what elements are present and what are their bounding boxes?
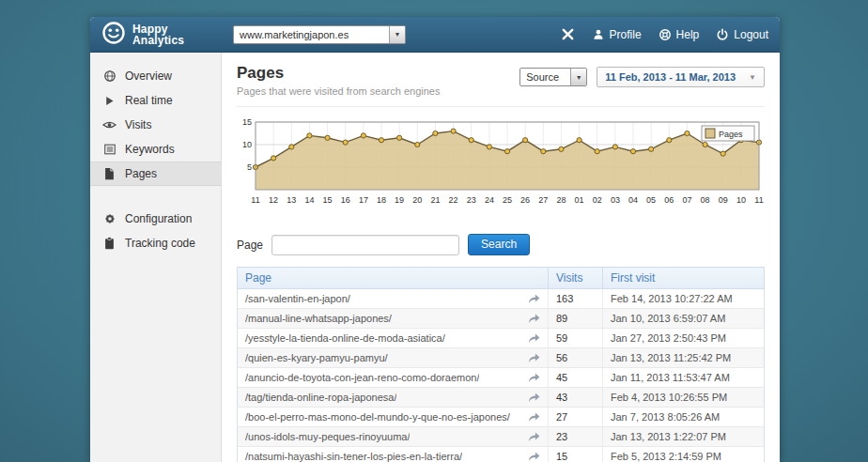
page-icon xyxy=(102,167,116,180)
sidebar-item-keywords[interactable]: Keywords xyxy=(90,137,221,162)
help-icon xyxy=(659,28,672,41)
chevron-down-icon: ▼ xyxy=(570,69,586,85)
source-selector[interactable]: Source ▼ xyxy=(519,68,587,86)
page-path[interactable]: /unos-idols-muy-peques-rinoyuuma/ xyxy=(245,431,410,442)
page-path[interactable]: /boo-el-perro-mas-mono-del-mundo-y-que-n… xyxy=(245,411,510,423)
main-content: Pages Pages that were visited from searc… xyxy=(222,53,780,462)
sidebar-item-label: Pages xyxy=(125,167,157,180)
sidebar-item-pages[interactable]: Pages xyxy=(90,162,221,186)
svg-text:28: 28 xyxy=(556,195,566,205)
column-header-visits[interactable]: Visits xyxy=(549,268,603,289)
svg-text:24: 24 xyxy=(485,195,494,205)
table-header-row: PageVisitsFirst visit xyxy=(238,268,765,289)
sidebar-item-label: Overview xyxy=(125,69,172,83)
visits-value: 59 xyxy=(549,329,603,348)
clipboard-icon xyxy=(102,237,116,250)
first-visit-value: Jan 7, 2013 8:05:26 AM xyxy=(603,408,765,427)
sidebar-item-real-time[interactable]: Real time xyxy=(90,88,221,113)
open-page-icon[interactable] xyxy=(528,432,540,442)
table-row: /unos-idols-muy-peques-rinoyuuma/23Jan 1… xyxy=(238,427,765,447)
date-range-picker[interactable]: 11 Feb, 2013 - 11 Mar, 2013 ▼ xyxy=(597,67,765,87)
page-cell: /manual-line-whatsapp-japones/ xyxy=(238,309,549,329)
sidebar-item-overview[interactable]: Overview xyxy=(90,64,221,88)
visits-value: 45 xyxy=(549,368,603,388)
svg-text:5: 5 xyxy=(247,162,252,172)
site-selector-value: www.marketingjapon.es xyxy=(234,29,389,40)
play-icon xyxy=(102,95,116,107)
page-path[interactable]: /tag/tienda-online-ropa-japonesa/ xyxy=(245,392,396,403)
pages-chart: 5101511121314151617181920212223242526272… xyxy=(237,116,765,222)
page-path[interactable]: /quien-es-kyary-pamyu-pamyu/ xyxy=(245,352,388,363)
svg-text:18: 18 xyxy=(377,195,386,205)
sidebar-item-visits[interactable]: Visits xyxy=(90,113,221,137)
svg-text:03: 03 xyxy=(611,195,620,205)
list-icon xyxy=(102,143,116,156)
table-row: /manual-line-whatsapp-japones/89Jan 10, … xyxy=(238,309,765,329)
page-path[interactable]: /natsumi-hayashi-sin-tener-los-pies-en-l… xyxy=(245,451,462,462)
first-visit-value: Feb 4, 2013 10:26:55 PM xyxy=(603,388,765,408)
logout-button[interactable]: Logout xyxy=(716,28,768,41)
svg-text:26: 26 xyxy=(520,195,530,205)
source-selector-value: Source xyxy=(520,71,570,83)
page-cell: /boo-el-perro-mas-mono-del-mundo-y-que-n… xyxy=(238,408,549,427)
chart-legend: Pages xyxy=(702,126,754,141)
svg-text:15: 15 xyxy=(242,117,252,127)
svg-text:23: 23 xyxy=(467,195,476,205)
sidebar-item-label: Keywords xyxy=(125,143,175,156)
visits-value: 27 xyxy=(549,408,603,427)
help-label: Help xyxy=(676,28,700,41)
svg-text:27: 27 xyxy=(538,195,548,205)
first-visit-value: Jan 13, 2013 1:22:07 PM xyxy=(603,427,765,447)
sidebar-item-tracking-code[interactable]: Tracking code xyxy=(90,231,221,255)
help-button[interactable]: Help xyxy=(659,28,700,41)
profile-button[interactable]: Profile xyxy=(592,28,642,41)
svg-text:04: 04 xyxy=(628,195,638,205)
page-path[interactable]: /manual-line-whatsapp-japones/ xyxy=(245,313,392,324)
visits-value: 56 xyxy=(549,348,603,368)
profile-label: Profile xyxy=(610,28,642,41)
search-button[interactable]: Search xyxy=(468,234,530,255)
open-page-icon[interactable] xyxy=(528,353,540,363)
open-page-icon[interactable] xyxy=(528,314,540,324)
svg-text:09: 09 xyxy=(719,195,728,205)
open-page-icon[interactable] xyxy=(528,373,540,383)
svg-text:22: 22 xyxy=(449,195,458,205)
page-path[interactable]: /yesstyle-la-tienda-online-de-moda-asiat… xyxy=(245,332,445,344)
visits-value: 15 xyxy=(549,447,603,462)
svg-text:11: 11 xyxy=(754,195,763,205)
power-icon xyxy=(716,28,729,41)
open-page-icon[interactable] xyxy=(528,452,540,462)
eye-icon xyxy=(102,119,116,131)
open-page-icon[interactable] xyxy=(528,412,540,423)
svg-text:13: 13 xyxy=(287,195,296,205)
column-header-first-visit[interactable]: First visit xyxy=(603,268,765,289)
header-controls: Source ▼ 11 Feb, 2013 - 11 Mar, 2013 ▼ xyxy=(519,64,765,87)
open-page-icon[interactable] xyxy=(528,333,540,344)
page-search-input[interactable] xyxy=(271,235,459,255)
page-path[interactable]: /anuncio-de-toyota-con-jean-reno-como-do… xyxy=(245,372,479,383)
svg-text:12: 12 xyxy=(269,195,278,205)
page-path[interactable]: /san-valentin-en-japon/ xyxy=(245,293,350,304)
site-selector[interactable]: www.marketingjapon.es ▼ xyxy=(233,25,406,44)
svg-text:20: 20 xyxy=(412,195,422,205)
sidebar-item-configuration[interactable]: Configuration xyxy=(90,207,221,231)
tools-button[interactable] xyxy=(561,27,575,41)
table-row: /san-valentin-en-japon/163Feb 14, 2013 1… xyxy=(238,289,765,309)
table-row: /anuncio-de-toyota-con-jean-reno-como-do… xyxy=(238,368,765,388)
svg-text:16: 16 xyxy=(341,195,350,205)
page-cell: /yesstyle-la-tienda-online-de-moda-asiat… xyxy=(238,329,549,348)
date-range-value: 11 Feb, 2013 - 11 Mar, 2013 xyxy=(605,71,736,83)
sidebar-group-gap xyxy=(90,186,221,207)
sidebar-item-label: Tracking code xyxy=(125,237,195,250)
first-visit-value: Jan 10, 2013 6:59:07 AM xyxy=(603,309,765,329)
table-row: /boo-el-perro-mas-mono-del-mundo-y-que-n… xyxy=(238,408,765,427)
page-cell: /anuncio-de-toyota-con-jean-reno-como-do… xyxy=(238,368,549,388)
page-search-label: Page xyxy=(237,239,263,252)
column-header-page[interactable]: Page xyxy=(238,268,549,289)
open-page-icon[interactable] xyxy=(528,294,540,304)
svg-text:15: 15 xyxy=(323,195,333,205)
smiley-logo-icon xyxy=(101,21,126,49)
open-page-icon[interactable] xyxy=(528,393,540,403)
page-header: Pages Pages that were visited from searc… xyxy=(237,64,765,107)
page-subtitle: Pages that were visited from search engi… xyxy=(237,85,440,97)
